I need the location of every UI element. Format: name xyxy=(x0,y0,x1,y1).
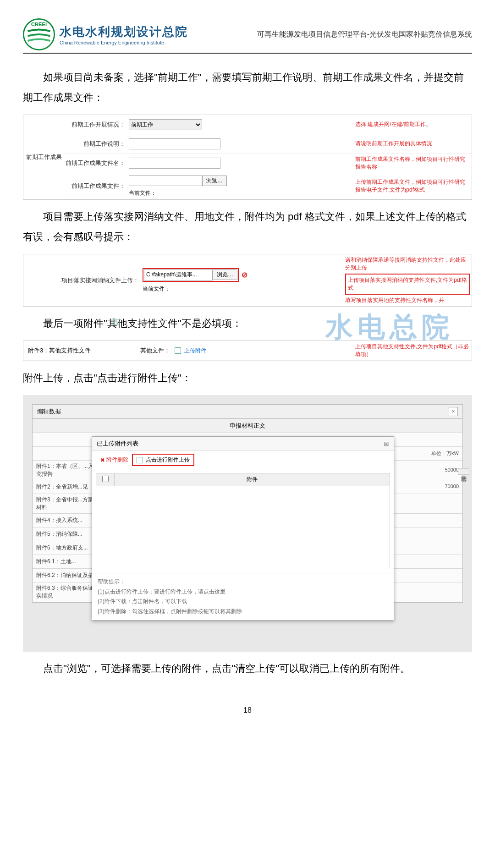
fig1-desc-hint: 请说明前期工作开展的具体情况 xyxy=(352,138,472,149)
help-title: 帮助提示： xyxy=(98,577,388,587)
fig1-file-hint: 上传前期工作成果文件，例如项目可行性研究报告电子文件,文件为pdf格式 xyxy=(352,176,472,196)
fig3-upload-link[interactable]: 上传附件 xyxy=(184,347,206,354)
svg-text:CREEI: CREEI xyxy=(31,22,47,27)
paragraph-5: 点击"浏览"，可选择需要上传的附件，点击"清空上传"可以取消已上传的所有附件。 xyxy=(23,659,472,679)
upload-popup: 已上传附件列表 ⊠ ✖附件删除 点击进行附件上传 附件 帮助提示： (1)点击进… xyxy=(92,436,394,621)
error-icon: ⊘ xyxy=(242,270,248,279)
fig2-browse-button[interactable]: 浏览… xyxy=(213,269,237,280)
page-number: 18 xyxy=(23,706,472,714)
grid-body xyxy=(96,486,390,569)
fig2-hint-main: 上传项目落实接网消纳的支持性文件,文件为pdf格式 xyxy=(345,274,470,295)
help-line-2: (2)附件下载：点击附件名，可以下载 xyxy=(98,597,388,607)
fig3-mid: 其他文件： xyxy=(124,346,170,355)
help-line-3: (3)附件删除：勾选住选择框，点附件删除按钮可以将其删除 xyxy=(98,607,388,617)
paragraph-2: 项目需要上传落实接网消纳文件、用地文件，附件均为 pdf 格式文件，如果上述文件… xyxy=(23,207,472,247)
fig3-left: 附件3：其他支持性文件 xyxy=(23,344,124,357)
fig1-status-hint: 选择:建成并网/在建/前期工作。 xyxy=(352,119,472,130)
fig1-file-label: 前期工作成果文件： xyxy=(65,182,129,190)
watermark-text: 水电总院 xyxy=(325,309,454,346)
side-indicator: 消光状态 xyxy=(458,468,469,475)
help-line-1: (1)点击进行附件上传：要进行附件上传，请点击这里 xyxy=(98,587,388,597)
figure-1: 前期工作成果 前期工作开展情况： 前期工作 选择:建成并网/在建/前期工作。 前… xyxy=(23,115,472,200)
fig1-desc-label: 前期工作说明： xyxy=(65,140,129,148)
fig2-current-file: 当前文件： xyxy=(143,285,170,293)
org-name-en: China Renewable Energy Engineering Insti… xyxy=(60,40,257,45)
fig1-filename-label: 前期工作成果文件名： xyxy=(65,159,129,167)
upload-icon xyxy=(137,457,143,463)
fig1-filename-input[interactable] xyxy=(129,158,220,169)
fig1-current-file: 当前文件： xyxy=(129,189,156,197)
figure-4: 编辑数据 × 申报材料正文 光伏发电国家补贴 子文件单位：万kW 附件1：本省（… xyxy=(23,395,472,652)
fig1-desc-input[interactable] xyxy=(129,138,220,149)
fig4-edit-data: 编辑数据 xyxy=(37,407,61,416)
fig2-path-input[interactable] xyxy=(144,269,213,280)
paragraph-4: 附件上传，点击"点击进行附件上传"： xyxy=(23,368,472,388)
fig2-label: 项目落实接网消纳文件上传： xyxy=(51,276,143,285)
org-title: 水电水利规划设计总院 China Renewable Energy Engine… xyxy=(60,24,257,45)
popup-title: 已上传附件列表 xyxy=(97,439,138,448)
org-name-cn: 水电水利规划设计总院 xyxy=(60,24,257,40)
header-system-name: 可再生能源发电项目信息管理平台-光伏发电国家补贴竞价信息系统 xyxy=(257,30,472,39)
fig1-file-input[interactable] xyxy=(129,175,202,186)
close-icon[interactable]: × xyxy=(449,407,458,416)
fig1-status-label: 前期工作开展情况： xyxy=(65,121,129,129)
delete-attachment-button[interactable]: ✖附件删除 xyxy=(97,454,132,466)
upload-attachment-button[interactable]: 点击进行附件上传 xyxy=(132,454,194,466)
fig1-filename-hint: 前期工作成果文件名称，例如项目可行性研究报告名称 xyxy=(352,154,472,173)
grid-col-attachment: 附件 xyxy=(115,473,390,486)
fig4-tab[interactable]: 申报材料正文 xyxy=(32,419,463,433)
page-header: CREEI 水电水利规划设计总院 China Renewable Energy … xyxy=(23,18,472,54)
upload-icon xyxy=(175,347,181,354)
select-all-checkbox[interactable] xyxy=(102,476,109,482)
fig1-status-select[interactable]: 前期工作 xyxy=(129,119,202,130)
figure-2: 项目落实接网消纳文件上传： 浏览… ⊘ 当前文件： 诺和消纳保障承诺等接网消纳支… xyxy=(23,254,472,307)
fig1-side-label: 前期工作成果 xyxy=(23,115,65,199)
fig2-hint-top: 诺和消纳保障承诺等接网消纳支持性文件，此处应分别上传 xyxy=(345,256,470,272)
popup-close-icon[interactable]: ⊠ xyxy=(384,440,389,447)
watermark-logo: ≋ xyxy=(110,313,121,330)
fig2-hint-bot: 填写项目落实用地的支持性文件名称，并 xyxy=(345,297,470,304)
paragraph-1: 如果项目尚未备案，选择"前期工作"，需要填写前期工作说明、前期工作成果文件名，并… xyxy=(23,67,472,108)
fig1-browse-button[interactable]: 浏览… xyxy=(202,176,227,186)
creei-logo: CREEI xyxy=(23,18,55,50)
